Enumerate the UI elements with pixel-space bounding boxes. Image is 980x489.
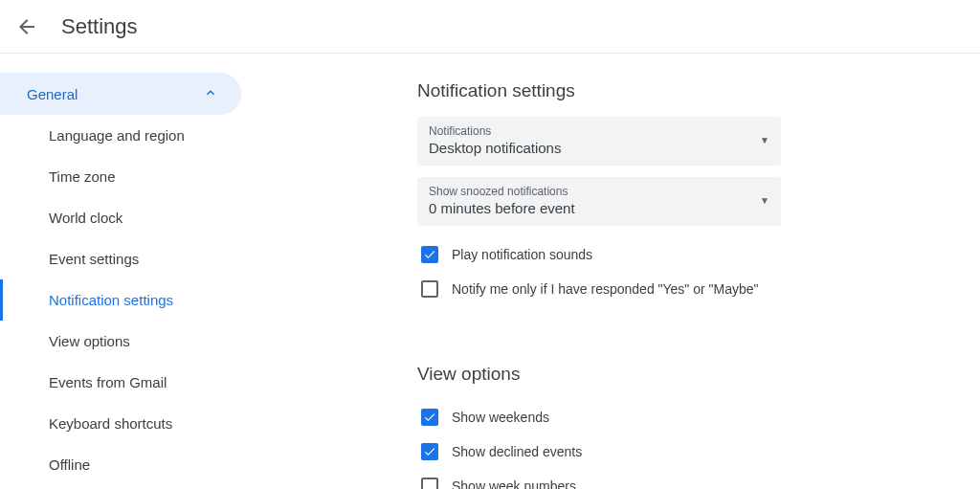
sidebar-item-timezone[interactable]: Time zone bbox=[0, 156, 249, 197]
sidebar-section-label: General bbox=[27, 86, 78, 102]
checkbox-label: Show weekends bbox=[452, 410, 549, 425]
sidebar-item-offline[interactable]: Offline bbox=[0, 444, 249, 485]
dropdown-label: Show snoozed notifications bbox=[429, 185, 575, 198]
caret-down-icon: ▼ bbox=[760, 195, 769, 206]
play-sounds-checkbox[interactable] bbox=[421, 246, 438, 263]
checkbox-label: Notify me only if I have responded "Yes"… bbox=[452, 281, 759, 297]
sidebar-item-shortcuts[interactable]: Keyboard shortcuts bbox=[0, 403, 249, 444]
check-icon bbox=[423, 445, 436, 458]
page-title: Settings bbox=[61, 14, 138, 39]
notifications-dropdown[interactable]: Notifications Desktop notifications ▼ bbox=[417, 117, 781, 166]
show-declined-checkbox[interactable] bbox=[421, 443, 438, 460]
sidebar-item-worldclock[interactable]: World clock bbox=[0, 197, 249, 238]
notifications-section-title: Notification settings bbox=[417, 80, 953, 101]
checkbox-label: Show declined events bbox=[452, 444, 582, 459]
content: Notification settings Notifications Desk… bbox=[249, 54, 980, 489]
check-icon bbox=[423, 411, 436, 424]
check-icon bbox=[423, 248, 436, 261]
arrow-back-icon bbox=[15, 15, 38, 38]
dropdown-label: Notifications bbox=[429, 124, 561, 138]
dropdown-value: 0 minutes before event bbox=[429, 200, 575, 216]
sidebar-item-language[interactable]: Language and region bbox=[0, 115, 249, 156]
checkbox-label: Show week numbers bbox=[452, 478, 576, 489]
caret-down-icon: ▼ bbox=[760, 135, 769, 145]
sidebar-item-viewoptions[interactable]: View options bbox=[0, 321, 249, 362]
sidebar-item-gmail[interactable]: Events from Gmail bbox=[0, 362, 249, 403]
show-weekends-checkbox[interactable] bbox=[421, 409, 438, 426]
snoozed-dropdown[interactable]: Show snoozed notifications 0 minutes bef… bbox=[417, 177, 781, 226]
notify-responded-checkbox[interactable] bbox=[421, 280, 438, 298]
show-weeknumbers-checkbox[interactable] bbox=[421, 478, 438, 489]
sidebar: General Language and region Time zone Wo… bbox=[0, 54, 249, 489]
back-button[interactable] bbox=[8, 8, 46, 46]
header: Settings bbox=[0, 0, 980, 54]
sidebar-section-general[interactable]: General bbox=[0, 73, 241, 115]
view-options-section-title: View options bbox=[417, 364, 953, 385]
chevron-up-icon bbox=[203, 85, 218, 103]
dropdown-value: Desktop notifications bbox=[429, 140, 561, 156]
sidebar-item-notification[interactable]: Notification settings bbox=[0, 279, 249, 321]
sidebar-item-eventsettings[interactable]: Event settings bbox=[0, 238, 249, 279]
checkbox-label: Play notification sounds bbox=[452, 247, 592, 262]
